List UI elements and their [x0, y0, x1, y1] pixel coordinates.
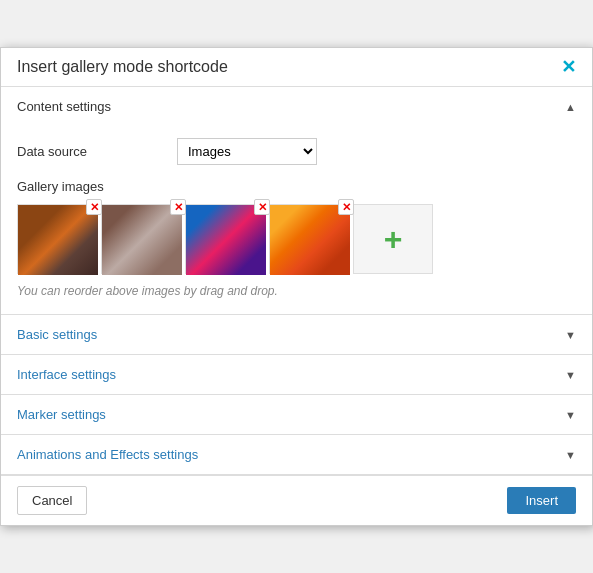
content-settings-chevron: ▲ — [565, 101, 576, 113]
interface-settings-header[interactable]: Interface settings ▼ — [1, 355, 592, 394]
list-item[interactable]: ✕ — [185, 204, 265, 274]
animations-settings-title: Animations and Effects settings — [17, 447, 198, 462]
marker-settings-section: Marker settings ▼ — [1, 395, 592, 435]
gallery-image-3 — [186, 205, 266, 275]
remove-image-4-button[interactable]: ✕ — [338, 199, 354, 215]
dialog-header: Insert gallery mode shortcode ✕ — [1, 48, 592, 87]
remove-image-1-button[interactable]: ✕ — [86, 199, 102, 215]
cancel-button[interactable]: Cancel — [17, 486, 87, 515]
marker-settings-header[interactable]: Marker settings ▼ — [1, 395, 592, 434]
list-item[interactable]: ✕ — [17, 204, 97, 274]
remove-image-3-button[interactable]: ✕ — [254, 199, 270, 215]
data-source-select[interactable]: Images Videos Posts — [177, 138, 317, 165]
basic-settings-header[interactable]: Basic settings ▼ — [1, 315, 592, 354]
gallery-images-label: Gallery images — [17, 179, 576, 194]
animations-settings-section: Animations and Effects settings ▼ — [1, 435, 592, 475]
interface-settings-section: Interface settings ▼ — [1, 355, 592, 395]
gallery-image-2 — [102, 205, 182, 275]
gallery-image-4 — [270, 205, 350, 275]
animations-settings-header[interactable]: Animations and Effects settings ▼ — [1, 435, 592, 474]
insert-button[interactable]: Insert — [507, 487, 576, 514]
marker-settings-title: Marker settings — [17, 407, 106, 422]
add-image-button[interactable]: + — [353, 204, 433, 274]
interface-settings-chevron: ▼ — [565, 369, 576, 381]
dialog-body: Content settings ▲ Data source Images Vi… — [1, 87, 592, 475]
basic-settings-chevron: ▼ — [565, 329, 576, 341]
data-source-label: Data source — [17, 144, 177, 159]
marker-settings-chevron: ▼ — [565, 409, 576, 421]
list-item[interactable]: ✕ — [101, 204, 181, 274]
gallery-images-container: ✕ ✕ ✕ — [17, 204, 576, 274]
gallery-images-section: Gallery images ✕ ✕ — [17, 179, 576, 298]
content-settings-header[interactable]: Content settings ▲ — [1, 87, 592, 126]
content-settings-title: Content settings — [17, 99, 111, 114]
close-button[interactable]: ✕ — [561, 58, 576, 76]
interface-settings-title: Interface settings — [17, 367, 116, 382]
basic-settings-title: Basic settings — [17, 327, 97, 342]
list-item[interactable]: ✕ — [269, 204, 349, 274]
remove-image-2-button[interactable]: ✕ — [170, 199, 186, 215]
dialog-footer: Cancel Insert — [1, 475, 592, 525]
content-settings-section: Content settings ▲ Data source Images Vi… — [1, 87, 592, 315]
dialog-title: Insert gallery mode shortcode — [17, 58, 228, 76]
basic-settings-section: Basic settings ▼ — [1, 315, 592, 355]
drag-hint: You can reorder above images by drag and… — [17, 284, 576, 298]
data-source-row: Data source Images Videos Posts — [17, 138, 576, 165]
content-settings-content: Data source Images Videos Posts Gallery … — [1, 126, 592, 314]
gallery-image-1 — [18, 205, 98, 275]
animations-settings-chevron: ▼ — [565, 449, 576, 461]
dialog: Insert gallery mode shortcode ✕ Content … — [0, 47, 593, 526]
